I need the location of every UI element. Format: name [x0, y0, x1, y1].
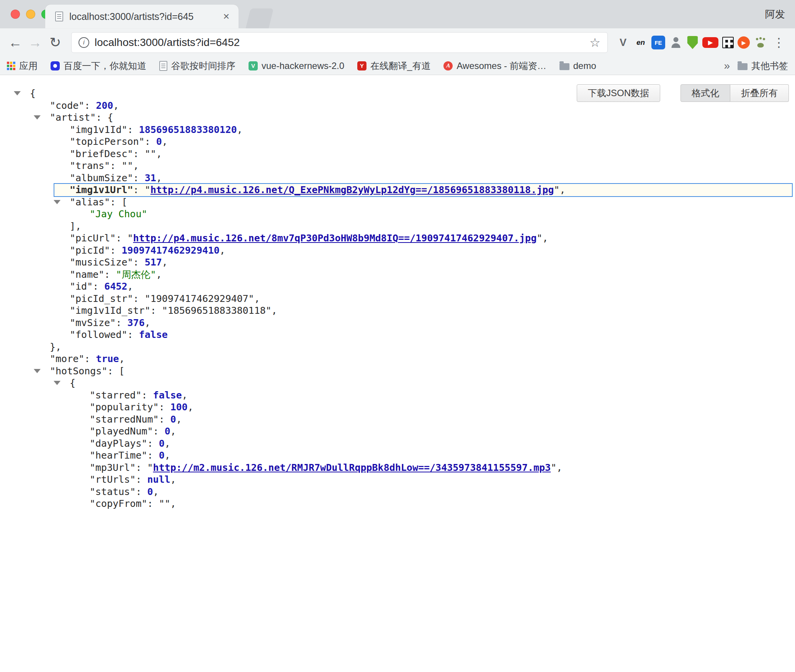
json-line: "playedNum": 0,	[0, 425, 795, 438]
new-tab-button[interactable]	[246, 8, 274, 28]
json-punctuation: "	[147, 462, 153, 473]
json-number: 517	[145, 257, 162, 268]
bookmark-item-youdao-translate[interactable]: Y在线翻译_有道	[357, 60, 430, 72]
youtube-extension-icon[interactable]: ▶	[702, 37, 718, 48]
json-key: "picUrl"	[70, 233, 116, 244]
json-punctuation: :	[136, 474, 147, 485]
json-punctuation: ,	[219, 245, 225, 256]
json-key: "followed"	[70, 329, 128, 340]
reload-button[interactable]	[45, 34, 65, 51]
json-line: },	[0, 341, 795, 353]
bookmark-item-apps[interactable]: 应用	[7, 60, 38, 72]
json-number: true	[96, 353, 119, 364]
profile-name[interactable]: 阿发	[765, 8, 785, 21]
back-button[interactable]	[5, 34, 25, 51]
json-key: "img1v1Url"	[70, 184, 133, 195]
json-punctuation: :	[147, 498, 159, 509]
json-line: "mvSize": 376,	[0, 317, 795, 329]
qrcode-extension-icon[interactable]	[722, 37, 734, 48]
json-line: "copyFrom": "",	[0, 498, 795, 510]
json-string: "18569651883380118"	[162, 305, 272, 316]
json-key: "mp3Url"	[90, 462, 136, 473]
bookmarks-overflow-icon[interactable]: »	[724, 60, 730, 72]
page-info-icon[interactable]	[79, 37, 89, 48]
json-line: "code": 200,	[0, 100, 795, 112]
tab-strip: localhost:3000/artists?id=645 × 阿发	[0, 0, 795, 28]
json-line: "followed": false	[0, 329, 795, 341]
json-string: ""	[159, 498, 170, 509]
json-punctuation: ,	[113, 100, 119, 111]
json-punctuation: ,	[272, 305, 277, 316]
bookmarks-bar: 应用百度一下，你就知道谷歌按时间排序Vvue-hackernews-2.0Y在线…	[0, 57, 795, 75]
json-line: "img1v1Id_str": "18569651883380118",	[0, 305, 795, 317]
collapse-toggle-icon[interactable]	[54, 381, 61, 385]
json-key: "alias"	[70, 197, 110, 208]
bookmark-star-icon[interactable]	[589, 35, 600, 50]
browser-menu-icon[interactable]	[773, 35, 785, 50]
url-text[interactable]: localhost:3000/artists?id=6452	[95, 36, 584, 49]
json-key: "dayPlays"	[90, 438, 147, 449]
json-string: ""	[121, 160, 133, 171]
awesomes-icon: A	[443, 61, 453, 70]
bookmark-item-baidu[interactable]: 百度一下，你就知道	[51, 60, 146, 72]
json-punctuation: ,	[237, 124, 243, 135]
json-punctuation: ",	[551, 462, 562, 473]
vimium-extension-icon[interactable]: V	[616, 36, 630, 49]
other-bookmarks[interactable]: 其他书签	[738, 60, 788, 72]
json-key: "img1v1Id"	[70, 124, 128, 135]
player-extension-icon[interactable]: ▶	[738, 36, 750, 49]
address-bar[interactable]: localhost:3000/artists?id=6452	[71, 32, 608, 53]
doc-icon	[159, 61, 167, 71]
extensions-area: VenFE▶▶	[616, 36, 767, 49]
json-link[interactable]: http://p4.music.126.net/Q_ExePNkmgB2yWyL…	[150, 184, 554, 195]
json-punctuation: :	[84, 100, 96, 111]
json-line: "alias": [	[0, 196, 795, 208]
user-extension-icon[interactable]	[669, 36, 683, 49]
vue-icon: V	[249, 61, 258, 70]
json-line: "img1v1Id": 18569651883380120,	[0, 124, 795, 136]
bookmark-label: 谷歌按时间排序	[171, 60, 236, 72]
collapse-toggle-icon[interactable]	[54, 200, 61, 204]
json-punctuation: ,	[133, 160, 139, 171]
json-link[interactable]: http://m2.music.126.net/RMJR7wDullRqppBk…	[153, 462, 551, 473]
bookmark-item-awesomes[interactable]: AAwesomes - 前端资…	[443, 60, 546, 72]
bookmark-item-google-sort[interactable]: 谷歌按时间排序	[159, 60, 236, 72]
minimize-window-button[interactable]	[26, 10, 35, 19]
json-line: "Jay Chou"	[0, 208, 795, 220]
json-key: "starredNum"	[90, 414, 159, 425]
browser-tab[interactable]: localhost:3000/artists?id=645 ×	[45, 5, 239, 28]
bookmark-item-vue-hackernews[interactable]: Vvue-hackernews-2.0	[249, 61, 344, 71]
json-line: "musicSize": 517,	[0, 256, 795, 269]
json-link[interactable]: http://p4.music.126.net/8mv7qP30Pd3oHW8b…	[133, 233, 537, 244]
json-key: "musicSize"	[70, 257, 133, 268]
collapse-toggle-icon[interactable]	[34, 369, 41, 373]
youdao-extension-icon[interactable]: en	[634, 36, 648, 49]
paw-extension-icon[interactable]	[754, 36, 767, 49]
json-line: "picId": 19097417462929410,	[0, 244, 795, 257]
fehelper-extension-icon[interactable]: FE	[651, 36, 665, 49]
json-key: "trans"	[70, 160, 110, 171]
json-key: "playedNum"	[90, 426, 153, 437]
json-number: 0	[165, 426, 170, 437]
json-line: ],	[0, 220, 795, 233]
tab-close-icon[interactable]: ×	[222, 10, 231, 23]
json-punctuation: ,	[162, 136, 168, 147]
bookmark-item-demo[interactable]: demo	[559, 61, 596, 71]
json-key: "status"	[90, 486, 136, 497]
json-key: "id"	[70, 281, 93, 292]
json-punctuation: },	[50, 341, 61, 352]
collapse-toggle-icon[interactable]	[14, 91, 21, 95]
other-bookmarks-label: 其他书签	[751, 60, 788, 72]
json-line: "popularity": 100,	[0, 401, 795, 413]
collapse-toggle-icon[interactable]	[34, 115, 41, 120]
apps-icon	[7, 62, 15, 70]
json-number: 18569651883380120	[139, 124, 237, 135]
bookmark-label: 在线翻译_有道	[370, 60, 430, 72]
json-punctuation: ",	[554, 184, 565, 195]
json-punctuation: ,	[170, 498, 176, 509]
close-window-button[interactable]	[11, 10, 20, 19]
json-line: "starredNum": 0,	[0, 413, 795, 426]
bookmark-label: vue-hackernews-2.0	[262, 61, 344, 71]
shield-extension-icon[interactable]	[687, 36, 698, 49]
json-punctuation: :	[147, 438, 159, 449]
